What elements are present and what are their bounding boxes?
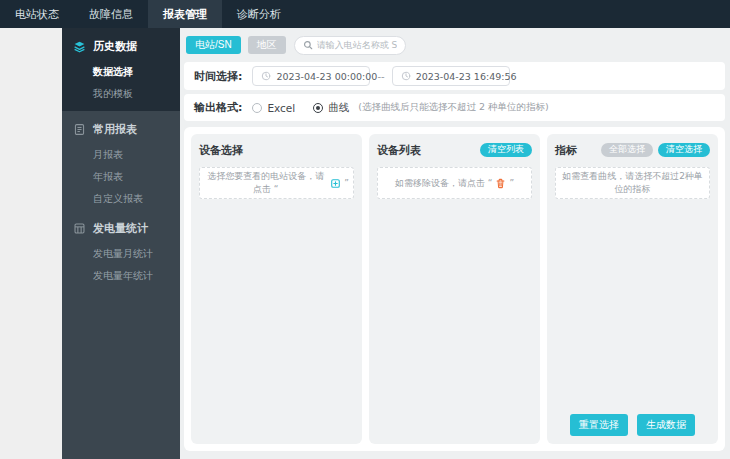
nav-item-diagnosis[interactable]: 诊断分析 — [222, 0, 296, 28]
radio-curve[interactable]: 曲线 (选择曲线后只能选择不超过 2 种单位的指标) — [313, 101, 549, 115]
time-filter-label: 时间选择: — [194, 69, 242, 84]
add-device-icon — [330, 178, 341, 189]
document-icon — [73, 123, 86, 136]
indicators-panel: 指标 全部选择 清空选择 如需查看曲线，请选择不超过2种单位的指标 重置选择 生… — [547, 134, 718, 444]
device-list-dropzone: 如需移除设备，请点击 “ ” — [377, 167, 532, 199]
end-datetime-input[interactable]: 2023-04-23 16:49:56 — [392, 66, 510, 86]
range-separator: -- — [377, 71, 384, 82]
sidebar-item-generation-yearly[interactable]: 发电量年统计 — [62, 265, 180, 287]
sidebar-item-generation-monthly[interactable]: 发电量月统计 — [62, 243, 180, 265]
radio-curve-label: 曲线 — [328, 101, 349, 115]
radio-excel-label: Excel — [267, 102, 295, 114]
radio-dot — [252, 103, 262, 113]
sidebar-item-history-data[interactable]: 历史数据 — [62, 28, 180, 61]
sidebar-item-data-selection[interactable]: 数据选择 — [62, 61, 180, 83]
search-input[interactable] — [317, 40, 397, 50]
sidebar-item-custom-report[interactable]: 自定义报表 — [62, 188, 180, 210]
device-select-title: 设备选择 — [199, 143, 243, 158]
stats-icon — [73, 222, 86, 235]
sidebar-group-label: 常用报表 — [93, 122, 137, 137]
main-content: 电站/SN 地区 时间选择: — [180, 28, 730, 459]
indicators-dropzone: 如需查看曲线，请选择不超过2种单位的指标 — [555, 167, 710, 199]
clear-list-button[interactable]: 清空列表 — [480, 143, 532, 158]
sidebar-item-monthly-report[interactable]: 月报表 — [62, 144, 180, 166]
output-format-label: 输出格式: — [194, 100, 242, 115]
radio-dot — [313, 103, 323, 113]
nav-item-fault-info[interactable]: 故障信息 — [74, 0, 148, 28]
device-list-title: 设备列表 — [377, 143, 421, 158]
reset-selection-button[interactable]: 重置选择 — [570, 414, 628, 436]
placeholder-text: 选择您要查看的电站设备，请点击 “ — [204, 170, 327, 196]
clock-icon — [261, 71, 271, 81]
placeholder-text: 如需移除设备，请点击 “ — [395, 177, 493, 190]
placeholder-text: ” — [509, 178, 514, 188]
output-format-card: 输出格式: Excel 曲线 (选择曲线后只能选择不超过 2 种单位的指标) — [184, 94, 725, 121]
device-list-panel: 设备列表 清空列表 如需移除设备，请点击 “ — [369, 134, 540, 444]
trash-icon — [495, 178, 506, 189]
generate-data-button[interactable]: 生成数据 — [637, 414, 695, 436]
selection-panels-card: 设备选择 选择您要查看的电站设备，请点击 “ ” — [184, 127, 725, 451]
sidebar-item-generation-stats[interactable]: 发电量统计 — [62, 210, 180, 243]
sidebar: 历史数据 数据选择 我的模板 常用报表 月报表 年报表 自定义报表 — [62, 28, 180, 459]
clock-icon — [401, 71, 411, 81]
start-datetime-value: 2023-04-23 00:00:00 — [276, 71, 377, 82]
placeholder-text: 如需查看曲线，请选择不超过2种单位的指标 — [560, 170, 705, 196]
nav-item-station-status[interactable]: 电站状态 — [0, 0, 74, 28]
placeholder-text: ” — [344, 178, 349, 188]
left-gutter — [0, 28, 62, 459]
device-select-panel: 设备选择 选择您要查看的电站设备，请点击 “ ” — [191, 134, 362, 444]
sidebar-item-common-reports[interactable]: 常用报表 — [62, 111, 180, 144]
search-icon — [303, 40, 313, 50]
radio-curve-note: (选择曲线后只能选择不超过 2 种单位的指标) — [358, 101, 549, 114]
start-datetime-input[interactable]: 2023-04-23 00:00:00 — [252, 66, 370, 86]
top-navbar: 电站状态 故障信息 报表管理 诊断分析 — [0, 0, 730, 28]
sidebar-group-label: 发电量统计 — [93, 221, 148, 236]
radio-excel[interactable]: Excel — [252, 102, 295, 114]
region-toggle-button[interactable]: 地区 — [248, 36, 286, 54]
station-sn-toggle-button[interactable]: 电站/SN — [186, 36, 241, 54]
end-datetime-value: 2023-04-23 16:49:56 — [416, 71, 517, 82]
indicators-title: 指标 — [555, 143, 577, 158]
sidebar-item-my-templates[interactable]: 我的模板 — [62, 83, 180, 105]
sidebar-group-label: 历史数据 — [93, 39, 137, 54]
search-toolbar: 电站/SN 地区 — [186, 35, 725, 55]
layers-icon — [73, 40, 86, 53]
sidebar-group-history: 历史数据 数据选择 我的模板 — [62, 28, 180, 111]
time-filter-card: 时间选择: 2023-04-23 00:00:00 -- — [184, 62, 725, 90]
sidebar-item-yearly-report[interactable]: 年报表 — [62, 166, 180, 188]
nav-item-report-management[interactable]: 报表管理 — [148, 0, 222, 28]
device-select-dropzone: 选择您要查看的电站设备，请点击 “ ” — [199, 167, 354, 199]
station-search-box[interactable] — [294, 36, 406, 55]
select-all-button[interactable]: 全部选择 — [601, 143, 653, 158]
clear-selection-button[interactable]: 清空选择 — [658, 143, 710, 158]
